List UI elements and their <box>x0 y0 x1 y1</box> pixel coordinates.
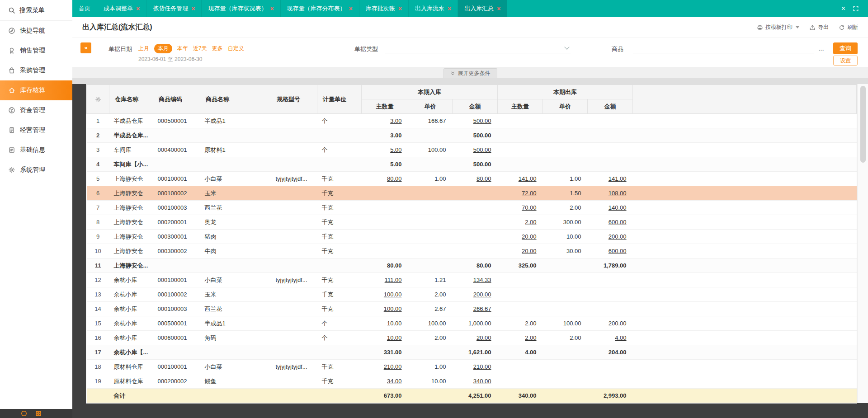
tab-batch-ledger[interactable]: 库存批次账× <box>359 0 409 17</box>
subtotal-row[interactable]: 2半成品仓库...3.00500.00 <box>87 128 857 143</box>
drilldown-link[interactable]: 2.00 <box>525 219 536 225</box>
drilldown-link[interactable]: 500.00 <box>473 146 491 153</box>
product-input[interactable] <box>633 42 814 53</box>
tab-stock-distribution[interactable]: 现存量（库存分布表）× <box>281 0 359 17</box>
drilldown-link[interactable]: 108.00 <box>609 190 627 197</box>
drilldown-link[interactable]: 10.00 <box>387 320 402 327</box>
drilldown-link[interactable]: 200.00 <box>609 233 627 240</box>
tab-cost-adjust[interactable]: 成本调整单× <box>97 0 146 17</box>
tab-in-out-summary[interactable]: 出入库汇总× <box>458 0 507 17</box>
sidebar-item-funds[interactable]: 资金管理 <box>0 100 72 120</box>
sub-column-header[interactable]: 主数量 <box>362 99 408 114</box>
table-row[interactable]: 12余杭小库000100001小白菜tyjyjtyjtyjdf...千克111.… <box>87 273 857 287</box>
sidebar-item-purchase[interactable]: 采购管理 <box>0 61 72 80</box>
doc-type-select[interactable] <box>385 42 571 53</box>
drilldown-link[interactable]: 210.00 <box>384 363 402 370</box>
subtotal-row[interactable]: 17余杭小库【...331.001,621.004.00204.00 <box>87 345 857 360</box>
drilldown-link[interactable]: 72.00 <box>522 190 537 197</box>
tab-home[interactable]: 首页 <box>72 0 97 17</box>
footer-app-icon[interactable] <box>21 410 27 417</box>
subtotal-row[interactable]: 4车间库【小...5.00500.00 <box>87 157 857 172</box>
ellipsis-picker-icon[interactable]: … <box>818 45 825 52</box>
drilldown-link[interactable]: 5.00 <box>390 146 401 153</box>
drilldown-link[interactable]: 600.00 <box>609 219 627 225</box>
date-option-custom[interactable]: 自定义 <box>228 45 244 52</box>
query-button[interactable]: 查询 <box>833 42 858 54</box>
drilldown-link[interactable]: 70.00 <box>522 204 537 211</box>
column-header[interactable]: 规格型号 <box>271 85 317 114</box>
fullscreen-icon[interactable] <box>853 5 859 12</box>
column-header[interactable]: 商品编码 <box>153 85 200 114</box>
table-row[interactable]: 19原材料仓库000200002鳗鱼千克34.0010.00340.00 <box>87 374 857 389</box>
vertical-scrollbar[interactable] <box>857 84 868 403</box>
drilldown-link[interactable]: 20.00 <box>522 248 537 254</box>
sub-column-header[interactable]: 主数量 <box>498 99 543 114</box>
drilldown-link[interactable]: 10.00 <box>387 334 402 341</box>
refresh-button[interactable]: 刷新 <box>839 23 858 31</box>
drilldown-link[interactable]: 140.00 <box>609 204 627 211</box>
drilldown-link[interactable]: 3.00 <box>390 117 401 124</box>
tab-close-icon[interactable]: × <box>349 5 353 12</box>
table-row[interactable]: 1半成品仓库000500001半成品1个3.00166.67500.00 <box>87 114 857 128</box>
sidebar-item-sales[interactable]: 销售管理 <box>0 41 72 61</box>
drilldown-link[interactable]: 141.00 <box>609 175 627 182</box>
sub-column-header[interactable]: 金额 <box>453 99 498 114</box>
table-row[interactable]: 14余杭小库000100003西兰花千克100.002.67266.67 <box>87 302 857 316</box>
drilldown-link[interactable]: 2.00 <box>525 334 536 341</box>
print-template-button[interactable]: 按模板打印 <box>757 23 799 31</box>
table-row[interactable]: 6上海静安仓000100002玉米千克72.001.50108.00 <box>87 186 857 201</box>
date-option-this-month[interactable]: 本月 <box>154 44 172 53</box>
table-row[interactable]: 9上海静安仓000300001猪肉千克20.0010.00200.00 <box>87 230 857 244</box>
drilldown-link[interactable]: 80.00 <box>387 175 402 182</box>
column-header[interactable]: 商品名称 <box>200 85 271 114</box>
drilldown-link[interactable]: 2.00 <box>525 320 536 327</box>
tab-close-icon[interactable]: × <box>448 5 451 12</box>
sub-column-header[interactable]: 单价 <box>408 99 453 114</box>
sidebar-item-inventory[interactable]: 库存核算 <box>0 80 72 100</box>
table-row[interactable]: 18原材料仓库000100001小白菜tyjyjtyjtyjdf...千克210… <box>87 360 857 374</box>
table-row[interactable]: 15余杭小库000500001半成品1个10.00100.001,000.002… <box>87 316 857 331</box>
sidebar-item-quick-nav[interactable]: 快捷导航 <box>0 21 72 41</box>
drilldown-link[interactable]: 500.00 <box>473 117 491 124</box>
sidebar-item-operations[interactable]: 经营管理 <box>0 120 72 140</box>
drilldown-link[interactable]: 200.00 <box>473 291 491 298</box>
tab-picking-task[interactable]: 拣货任务管理× <box>146 0 202 17</box>
drilldown-link[interactable]: 134.33 <box>473 277 491 283</box>
date-option-more[interactable]: 更多 <box>212 45 223 52</box>
sub-column-header[interactable]: 单价 <box>543 99 588 114</box>
drilldown-link[interactable]: 100.00 <box>384 305 402 312</box>
drilldown-link[interactable]: 4.00 <box>615 334 626 341</box>
table-row[interactable]: 16余杭小库000600001角码个10.002.0020.002.002.00… <box>87 331 857 345</box>
drilldown-link[interactable]: 266.67 <box>473 305 491 312</box>
drilldown-link[interactable]: 141.00 <box>519 175 537 182</box>
export-button[interactable]: 导出 <box>809 23 829 31</box>
table-row[interactable]: 8上海静安仓000200001奥龙千克2.00300.00600.00 <box>87 215 857 230</box>
table-row[interactable]: 13余杭小库000100002玉米千克100.002.00200.00 <box>87 287 857 302</box>
collapse-filter-button[interactable]: » <box>80 42 91 53</box>
drilldown-link[interactable]: 34.00 <box>387 378 402 385</box>
footer-grid-icon[interactable] <box>35 410 42 417</box>
drilldown-link[interactable]: 210.00 <box>473 363 491 370</box>
column-header[interactable]: 计量单位 <box>317 85 362 114</box>
drilldown-link[interactable]: 80.00 <box>476 175 491 182</box>
subtotal-row[interactable]: 11上海静安仓...80.0080.00325.001,789.00 <box>87 258 857 273</box>
drilldown-link[interactable]: 20.00 <box>476 334 491 341</box>
drilldown-link[interactable]: 111.00 <box>385 277 402 283</box>
drilldown-link[interactable]: 600.00 <box>609 248 627 254</box>
date-option-this-year[interactable]: 本年 <box>177 45 188 52</box>
drilldown-link[interactable]: 20.00 <box>522 233 537 240</box>
table-row[interactable]: 5上海静安仓000100001小白菜tyjyjtyjtyjdf...千克80.0… <box>87 172 857 186</box>
tab-close-icon[interactable]: × <box>270 5 274 12</box>
column-header[interactable]: 仓库名称 <box>109 85 153 114</box>
drilldown-link[interactable]: 100.00 <box>384 291 402 298</box>
date-option-last-7-days[interactable]: 近7天 <box>193 45 207 52</box>
tab-close-icon[interactable]: × <box>398 5 402 12</box>
sidebar-search[interactable]: 搜索菜单 <box>0 0 72 21</box>
tab-close-icon[interactable]: × <box>136 5 140 12</box>
gear-icon[interactable] <box>95 96 101 103</box>
settings-button[interactable]: 设置 <box>833 56 858 66</box>
drilldown-link[interactable]: 1,000.00 <box>468 320 491 327</box>
tab-stock-status[interactable]: 现存量（库存状况表）× <box>202 0 280 17</box>
expand-more-button[interactable]: 展开更多条件 <box>443 68 497 78</box>
date-option-last-month[interactable]: 上月 <box>138 45 149 52</box>
